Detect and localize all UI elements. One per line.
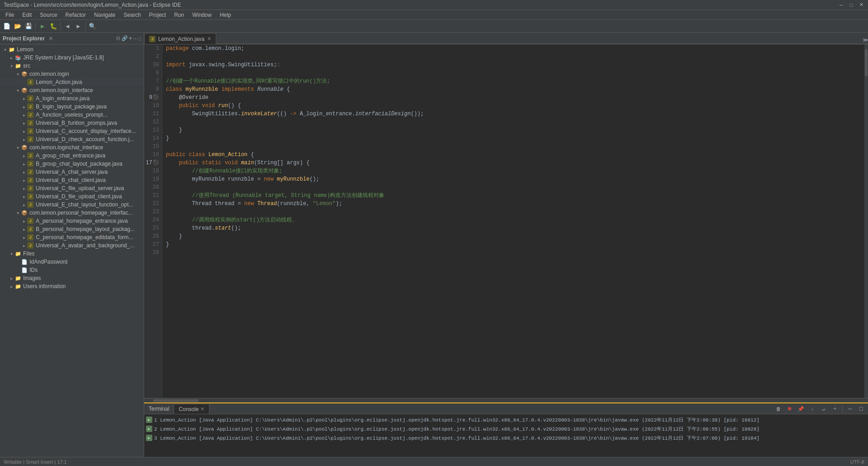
- toolbar: 📄 📂 💾 ▶ 🐛 ◀ ▶ 🔍: [0, 20, 868, 33]
- ln-12: 12: [144, 118, 159, 126]
- code-line-19: myRunnzble runnzble = new myRunnzble ();: [166, 175, 861, 183]
- menu-search[interactable]: Search: [120, 11, 145, 19]
- menu-edit[interactable]: Edit: [19, 11, 35, 19]
- ln-1: 1: [144, 44, 159, 53]
- tree-item-pkg-personal[interactable]: ▾ 📦 com.lemon.personal_homepage_interfac…: [0, 209, 144, 217]
- ln-24: 24: [144, 216, 159, 224]
- project-explorer-header: Project Explorer ✕ ⊟ 🔗 ▾ ─ □: [0, 33, 144, 44]
- ln-2: 2: [144, 53, 159, 61]
- status-bar: Writable | Smart Insert | 17:1 UTF-8: [0, 457, 868, 466]
- java-icon-a-func: J: [27, 112, 34, 118]
- console-scroll-icon[interactable]: ↓: [807, 404, 817, 414]
- code-content[interactable]: package com.lemon.login; import javax.sw…: [162, 44, 864, 398]
- tab-close-icon[interactable]: ✕: [207, 36, 211, 42]
- java-icon-a-personal: J: [27, 218, 34, 224]
- tree-item-univ-a-chat[interactable]: ▸ J Universal_A_chat_server.java: [0, 168, 144, 176]
- tree-item-univ-c-upload[interactable]: ▸ J Universal_C_file_upload_server.java: [0, 184, 144, 192]
- toolbar-run[interactable]: ▶: [38, 21, 48, 31]
- label-b-group: B_group_chat_layout_package.java: [36, 161, 122, 167]
- toolbar-save[interactable]: 💾: [24, 21, 34, 31]
- tab-label: Lemon_Action.java: [158, 36, 204, 42]
- tree-item-b-login[interactable]: ▸ J B_login_layout_package.java: [0, 103, 144, 111]
- code-line-10: public void run () {: [166, 102, 861, 110]
- console-stop-icon[interactable]: ■: [785, 404, 795, 414]
- editor-tab-lemon-action[interactable]: J Lemon_Action.java ✕: [144, 33, 216, 44]
- console-line-3: ▶ 3 Lemon_Action [Java Application] C:\U…: [146, 433, 866, 442]
- tree-item-univ-c[interactable]: ▸ J Universal_C_account_display_interfac…: [0, 127, 144, 135]
- toolbar-new[interactable]: 📄: [2, 21, 12, 31]
- tree-item-pkg-login[interactable]: ▾ 📦 com.lemon.login: [0, 70, 144, 78]
- tree-item-b-group[interactable]: ▸ J B_group_chat_layout_package.java: [0, 160, 144, 168]
- code-line-2: [166, 53, 861, 61]
- menu-project[interactable]: Project: [145, 11, 170, 19]
- menu-navigate[interactable]: Navigate: [90, 11, 119, 19]
- tree-item-a-personal[interactable]: ▸ J A_personal_homepage_entrance.java: [0, 217, 144, 225]
- console-new-icon[interactable]: +: [830, 404, 840, 414]
- menu-source[interactable]: Source: [36, 11, 61, 19]
- toolbar-forward[interactable]: ▶: [73, 21, 83, 31]
- tree-item-lemon-action[interactable]: J Lemon_Action.java: [0, 78, 144, 86]
- tree-item-univ-b[interactable]: ▸ J Universal_B_funtion_promps.java: [0, 119, 144, 127]
- console-tab-close[interactable]: ✕: [200, 406, 204, 412]
- tree-item-files[interactable]: ▾ 📁 Files: [0, 250, 144, 258]
- tree-item-pkg-login-iface[interactable]: ▾ 📦 com.lemon.login_interface: [0, 86, 144, 94]
- tree-item-univ-d-upload[interactable]: ▸ J Universal_D_file_upload_client.java: [0, 192, 144, 201]
- file-icon-idandpassword: 📄: [21, 258, 28, 265]
- label-pkg-login: com.lemon.login: [29, 71, 69, 77]
- tree-item-c-personal[interactable]: ▸ J C_personal_homepage_editdata_form...: [0, 233, 144, 241]
- menu-run[interactable]: Run: [170, 11, 188, 19]
- ln-20: 20: [144, 183, 159, 191]
- tree-item-src[interactable]: ▾ 📁 src: [0, 62, 144, 70]
- tree-item-b-personal[interactable]: ▸ J B_personal_homepage_layout_packag...: [0, 225, 144, 233]
- toolbar-back[interactable]: ◀: [63, 21, 73, 31]
- toolbar-sep-3: [85, 22, 86, 30]
- maximize-panel-icon[interactable]: □: [138, 36, 141, 41]
- console-clear-icon[interactable]: 🗑: [773, 404, 783, 414]
- close-button[interactable]: ✕: [858, 2, 864, 8]
- tree-item-idandpassword[interactable]: 📄 IdAndPassword: [0, 258, 144, 266]
- tree-item-a-login[interactable]: ▸ J A_login_entrance.java: [0, 94, 144, 103]
- bottom-tab-console[interactable]: Console ✕: [174, 404, 209, 414]
- java-icon-univ-a-chat: J: [27, 169, 34, 175]
- tree-item-univ-e[interactable]: ▸ J Universal_E_chat_layout_function_opt…: [0, 201, 144, 209]
- tree-item-univ-b-chat[interactable]: ▸ J Universal_B_chat_client.java: [0, 176, 144, 184]
- view-menu-icon[interactable]: ▾: [129, 35, 132, 41]
- minimize-panel-icon[interactable]: ─: [133, 36, 137, 41]
- horizontal-scrollbar-thumb[interactable]: [153, 399, 199, 402]
- tree-item-univ-a-avatar[interactable]: ▸ J Universal_A_avatar_and_background_..…: [0, 241, 144, 250]
- toolbar-search[interactable]: 🔍: [87, 21, 97, 31]
- maximize-button[interactable]: □: [848, 2, 854, 8]
- collapse-all-icon[interactable]: ⊟: [116, 35, 120, 41]
- bottom-tab-terminal[interactable]: Terminal: [144, 404, 174, 414]
- tab-menu-icon[interactable]: ≫: [863, 37, 868, 44]
- tree-item-users-info[interactable]: ▸ 📁 Users information: [0, 282, 144, 290]
- tree-item-ids[interactable]: 📄 IDs: [0, 266, 144, 274]
- tree-item-univ-d[interactable]: ▸ J Universal_D_check_account_function.j…: [0, 135, 144, 143]
- console-word-wrap-icon[interactable]: ↵: [819, 404, 829, 414]
- console-pin-icon[interactable]: 📌: [796, 404, 806, 414]
- console-maximize-icon[interactable]: □: [856, 404, 866, 414]
- toolbar-debug[interactable]: 🐛: [48, 21, 58, 31]
- console-minimize-icon[interactable]: ─: [845, 404, 855, 414]
- link-editor-icon[interactable]: 🔗: [121, 35, 128, 41]
- code-line-25: thread. start ();: [166, 224, 861, 232]
- menu-file[interactable]: File: [2, 11, 18, 19]
- menu-window[interactable]: Window: [189, 11, 215, 19]
- menu-refactor[interactable]: Refactor: [62, 11, 89, 19]
- tree-item-images[interactable]: ▸ 📁 Images: [0, 274, 144, 282]
- tree-item-pkg-chat[interactable]: ▾ 📦 com.lemon.loginchat_interface: [0, 143, 144, 152]
- main-layout: Project Explorer ✕ ⊟ 🔗 ▾ ─ □ ▾ 📁 Lemon: [0, 33, 868, 466]
- minimize-button[interactable]: ─: [838, 2, 844, 8]
- arrow-jre: ▸: [8, 55, 15, 60]
- editor-scrollbar-thumb[interactable]: [865, 49, 868, 76]
- label-jre: JRE System Library [JavaSE-1.8]: [23, 54, 104, 61]
- tree-item-a-func[interactable]: ▸ J A_function_useless_prompt...: [0, 111, 144, 119]
- toolbar-open[interactable]: 📂: [13, 21, 23, 31]
- editor-tabs: J Lemon_Action.java ✕ ≫: [144, 33, 868, 44]
- tree-item-a-group[interactable]: ▸ J A_group_chat_entrance.java: [0, 152, 144, 160]
- tree-item-lemon[interactable]: ▾ 📁 Lemon: [0, 45, 144, 54]
- tree-item-jre[interactable]: ▸ 📚 JRE System Library [JavaSE-1.8]: [0, 54, 144, 62]
- editor-scrollbar[interactable]: [864, 44, 868, 398]
- menu-help[interactable]: Help: [216, 11, 235, 19]
- panel-header-close-icon[interactable]: ✕: [48, 35, 53, 42]
